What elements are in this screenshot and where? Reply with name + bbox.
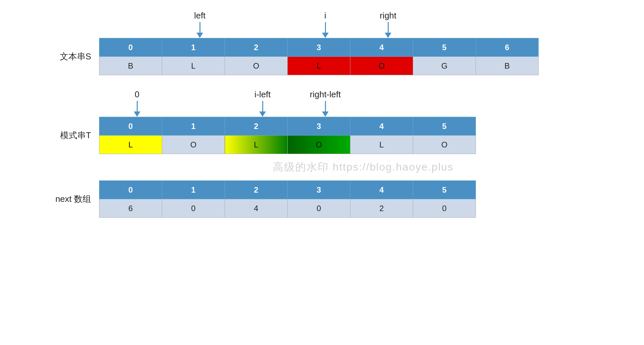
t-h5: 5: [413, 117, 476, 136]
s-d3: L: [288, 57, 350, 75]
next-data-row: 6 0 4 0 2 0: [99, 199, 476, 218]
pointer-i-label: i: [324, 11, 326, 21]
pointer-rightleft-label: right-left: [310, 89, 341, 100]
t-h4: 4: [350, 117, 413, 136]
n-d1: 0: [162, 199, 225, 218]
pointer-ileft: i-left: [231, 89, 294, 117]
next-array-section: next 数组 0 1 2 3 4 5 6 0 4 0 2 0: [20, 180, 621, 218]
string-t-header-row: 0 1 2 3 4 5: [99, 117, 476, 136]
n-h4: 4: [350, 181, 413, 199]
string-s-label: 文本串S: [20, 51, 99, 62]
s-h2: 2: [225, 38, 288, 57]
s-h5: 5: [413, 38, 476, 57]
pointer-t0: 0: [106, 89, 168, 117]
s-h4: 4: [350, 38, 413, 57]
s-d4: O: [350, 57, 413, 75]
s-d2: O: [225, 57, 288, 75]
arrow-shaft-left: [199, 22, 200, 33]
string-t-label: 模式串T: [20, 130, 99, 141]
pointer-t0-label: 0: [135, 89, 139, 100]
t-h2: 2: [225, 117, 288, 136]
string-t-table: 0 1 2 3 4 5 L O L O L O: [99, 117, 476, 154]
next-array-table: 0 1 2 3 4 5 6 0 4 0 2 0: [99, 180, 476, 218]
s-d6: B: [476, 57, 539, 75]
s-h6: 6: [476, 38, 539, 57]
t-h0: 0: [99, 117, 162, 136]
n-h5: 5: [413, 181, 476, 199]
n-h1: 1: [162, 181, 225, 199]
watermark: 高级的水印 https://blog.haoye.plus: [106, 160, 621, 174]
t-d2: L: [225, 136, 288, 154]
next-header-row: 0 1 2 3 4 5: [99, 181, 476, 199]
s-h3: 3: [288, 38, 350, 57]
s-d1: L: [162, 57, 225, 75]
pointer-right-label: right: [380, 11, 397, 21]
pointer-i: i: [294, 11, 357, 38]
t-h1: 1: [162, 117, 225, 136]
pointer-right: right: [357, 11, 419, 38]
n-d2: 4: [225, 199, 288, 218]
n-h2: 2: [225, 181, 288, 199]
t-d5: O: [413, 136, 476, 154]
n-d4: 2: [350, 199, 413, 218]
t-d0: L: [99, 136, 162, 154]
n-h0: 0: [99, 181, 162, 199]
t-d3: O: [288, 136, 350, 154]
string-s-section: 文本串S 0 1 2 3 4 5 6 B L O L O G B: [20, 38, 621, 75]
pointer-ileft-label: i-left: [254, 89, 270, 100]
t-d4: L: [350, 136, 413, 154]
s-h1: 1: [162, 38, 225, 57]
string-s-table: 0 1 2 3 4 5 6 B L O L O G B: [99, 38, 539, 75]
string-s-data-row: B L O L O G B: [99, 57, 539, 75]
pointer-left: left: [168, 11, 231, 38]
s-d5: G: [413, 57, 476, 75]
n-d0: 6: [99, 199, 162, 218]
main-container: left i right 文本串S 0 1 2 3 4: [20, 10, 621, 220]
n-d5: 0: [413, 199, 476, 218]
s-d0: B: [99, 57, 162, 75]
pointer-rightleft: right-left: [294, 89, 357, 117]
pointer-left-label: left: [194, 11, 206, 21]
n-d3: 0: [288, 199, 350, 218]
next-array-label: next 数组: [20, 193, 99, 205]
arrow-head-left: [197, 33, 203, 38]
string-t-data-row: L O L O L O: [99, 136, 476, 154]
t-d1: O: [162, 136, 225, 154]
s-h0: 0: [99, 38, 162, 57]
t-h3: 3: [288, 117, 350, 136]
string-s-header-row: 0 1 2 3 4 5 6: [99, 38, 539, 57]
n-h3: 3: [288, 181, 350, 199]
string-t-section: 模式串T 0 1 2 3 4 5 L O L O L O: [20, 117, 621, 154]
